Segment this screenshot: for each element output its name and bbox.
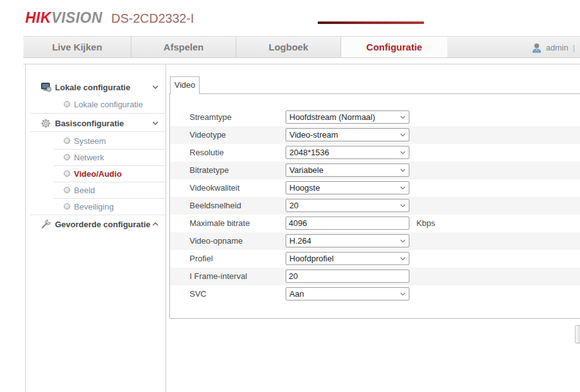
bullet-icon (64, 170, 70, 177)
sidebar-item-beeld[interactable]: Beeld (26, 182, 166, 198)
select-value: Hoofdstream (Normaal) (289, 111, 375, 123)
video-opname-select[interactable]: H.264 (286, 234, 409, 247)
chevron-up-icon (152, 222, 159, 226)
resolutie-select[interactable]: 2048*1536 (286, 146, 409, 159)
chevron-down-icon (400, 186, 406, 190)
bullet-icon (64, 138, 70, 144)
gear-icon (41, 119, 51, 128)
sidebar-item-label: Netwerk (74, 153, 104, 162)
video-settings-panel: Streamtype Hoofdstream (Normaal) Videoty… (169, 93, 580, 319)
field-label: Profiel (190, 250, 213, 268)
chevron-down-icon (400, 116, 406, 119)
form-row-videokwaliteit: Videokwaliteit Hoogste (170, 179, 580, 197)
chevron-down-icon (400, 169, 406, 172)
field-label: Streamtype (190, 109, 231, 126)
select-value: 20 (289, 199, 298, 211)
chevron-down-icon (400, 257, 406, 261)
videokwaliteit-select[interactable]: Hoogste (286, 181, 409, 194)
kbps-unit-label: Kbps (416, 215, 435, 232)
sidebar-item-lokale-configuratie[interactable]: Lokale configuratie (26, 96, 166, 112)
active-tab-underline (318, 21, 424, 24)
bullet-icon (64, 203, 70, 210)
streamtype-select[interactable]: Hoofdstream (Normaal) (286, 110, 409, 124)
chevron-down-icon (400, 239, 406, 243)
field-label: Video-opname (190, 232, 243, 250)
sidebar-item-label: Beeld (74, 186, 95, 195)
form-row-svc: SVC Aan (170, 285, 580, 303)
beeldsnelheid-select[interactable]: 20 (286, 199, 409, 212)
profiel-select[interactable]: Hoofdprofiel (286, 252, 409, 265)
user-divider: | (572, 43, 574, 52)
sidebar-divider (30, 131, 166, 132)
form-row-resolutie: Resolutie 2048*1536 (170, 144, 580, 162)
sidebar-item-video-audio[interactable]: Video/Audio (26, 165, 166, 182)
form-row-profiel: Profiel Hoofdprofiel (170, 250, 580, 268)
chevron-down-icon (152, 85, 159, 89)
sidebar-group-label: Lokale configuratie (55, 83, 130, 92)
nav-tab-live-kijken[interactable]: Live Kijken (23, 37, 131, 57)
nav-tab-logboek[interactable]: Logboek (236, 37, 341, 57)
bitratetype-select[interactable]: Variabele (286, 163, 409, 177)
logged-in-user: admin (546, 43, 568, 52)
i-frame-interval-input[interactable] (286, 270, 409, 283)
sidebar-group-label: Basisconfiguratie (55, 119, 124, 128)
sidebar-item-systeem[interactable]: Systeem (26, 133, 166, 149)
field-label: I Frame-interval (190, 268, 247, 285)
tab-video[interactable]: Video (170, 76, 200, 94)
sidebar-right-border (166, 64, 166, 392)
select-value: Aan (289, 288, 304, 300)
chevron-down-icon (152, 121, 159, 125)
select-value: Hoogste (289, 182, 320, 194)
nav-tab-configuratie[interactable]: Configuratie (341, 37, 447, 57)
sidebar-group-gevorderde-configuratie[interactable]: Gevorderde configuratie (26, 215, 166, 233)
sidebar-item-label: Beveiliging (74, 202, 114, 211)
bullet-icon (64, 154, 70, 160)
field-label: Maximale bitrate (190, 215, 250, 232)
sidebar-item-beveiliging[interactable]: Beveiliging (26, 198, 166, 215)
chevron-down-icon (400, 292, 406, 296)
device-model-title: DS-2CD2332-I (111, 11, 194, 26)
videotype-select[interactable]: Video-stream (286, 128, 409, 141)
nav-tab-afspelen[interactable]: Afspelen (131, 37, 236, 57)
field-label: Bitratetype (190, 162, 229, 179)
field-label: Resolutie (190, 144, 224, 162)
chevron-down-icon (400, 133, 406, 137)
sidebar-group-basisconfiguratie[interactable]: Basisconfiguratie (26, 114, 166, 132)
sidebar-divider (30, 113, 166, 114)
svc-select[interactable]: Aan (286, 287, 409, 300)
vertical-scrollbar-thumb[interactable] (575, 325, 580, 343)
maximale-bitrate-input[interactable] (286, 217, 409, 230)
sidebar-item-label: Systeem (74, 136, 106, 146)
chevron-down-icon (400, 204, 406, 208)
hikvision-config-page: HIKVISION DS-2CD2332-I Live Kijken Afspe… (0, 0, 580, 392)
form-row-streamtype: Streamtype Hoofdstream (Normaal) (170, 109, 580, 126)
chevron-down-icon (400, 151, 406, 155)
form-row-videotype: Videotype Video-stream (170, 126, 580, 144)
form-row-i-frame-interval: I Frame-interval (170, 268, 580, 285)
select-value: Video-stream (289, 129, 338, 141)
form-row-beeldsnelheid: Beeldsnelheid 20 (170, 197, 580, 215)
bullet-icon (64, 187, 70, 193)
field-label: Videotype (190, 126, 226, 144)
sidebar-group-label: Gevorderde configuratie (55, 220, 150, 229)
field-label: SVC (190, 285, 207, 303)
form-row-video-opname: Video-opname H.264 (170, 232, 580, 250)
select-value: Variabele (289, 164, 323, 176)
sidebar-item-netwerk[interactable]: Netwerk (26, 149, 166, 165)
select-value: H.264 (289, 235, 311, 247)
bullet-icon (64, 101, 70, 107)
hikvision-logo: HIKVISION (25, 9, 102, 27)
form-row-bitratetype: Bitratetype Variabele (170, 162, 580, 179)
sidebar-item-label-active: Video/Audio (74, 169, 122, 179)
wrench-icon (41, 219, 51, 229)
select-value: Hoofdprofiel (289, 252, 334, 264)
sidebar-item-label: Lokale configuratie (74, 100, 143, 109)
user-icon (532, 43, 541, 53)
logo-hik: HIK (25, 9, 51, 26)
field-label: Beeldsnelheid (190, 197, 241, 215)
logo-vision: VISION (51, 9, 102, 26)
user-block: admin | (532, 37, 575, 59)
content-top-border (23, 64, 580, 64)
sidebar-group-lokale-configuratie[interactable]: Lokale configuratie (26, 78, 166, 96)
select-value: 2048*1536 (289, 146, 329, 158)
